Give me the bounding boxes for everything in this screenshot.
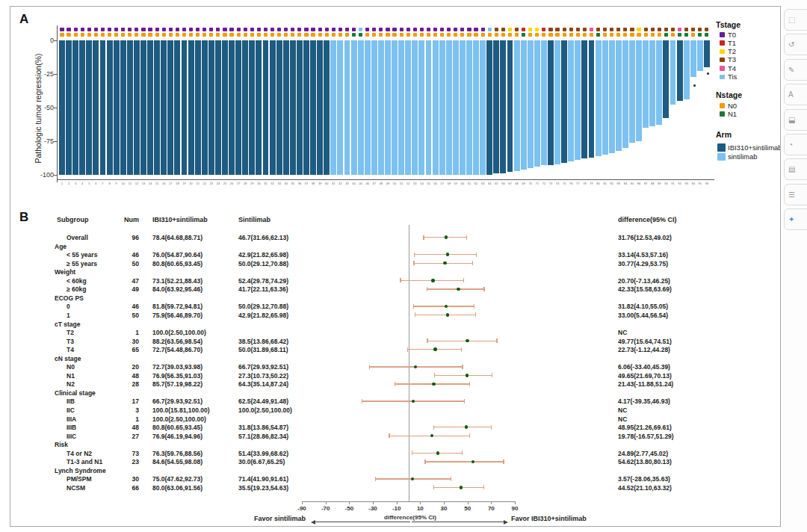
difference-value: NC xyxy=(618,329,627,336)
subgroup-group-label: Age xyxy=(55,243,67,250)
ci-cap-left xyxy=(362,399,362,403)
favor-left-arrow-line xyxy=(315,522,410,522)
difference-value: NC xyxy=(618,415,627,423)
ci-bar xyxy=(433,427,491,427)
subgroup-label: N2 xyxy=(67,380,75,388)
ci-point-estimate xyxy=(443,262,447,265)
num-value: 46 xyxy=(117,303,139,310)
ci-cap-left xyxy=(413,261,414,265)
forest-x-tick-mark xyxy=(349,501,350,504)
forest-x-tick-label: 50 xyxy=(459,505,477,512)
num-value: 1 xyxy=(117,415,139,423)
toolbar-button-9[interactable]: ✦ xyxy=(784,208,807,230)
subgroup-group-label: ECOG PS xyxy=(55,294,84,302)
forest-x-tick-mark xyxy=(373,501,374,504)
toolbar-button-6[interactable]: ◔ xyxy=(784,134,807,155)
arm1-value: 80.8(60.65,93.45) xyxy=(152,260,202,267)
arm1-value: 84.6(54.55,98.08) xyxy=(152,458,202,466)
ci-point-estimate xyxy=(460,486,463,489)
num-value: 50 xyxy=(117,312,139,319)
ci-bar xyxy=(427,288,483,289)
ci-bar xyxy=(427,341,496,341)
forest-x-tick-label: -50 xyxy=(340,505,358,512)
arm2-value: 51.4(33.99,68.62) xyxy=(238,450,288,457)
ci-point-estimate xyxy=(465,425,469,429)
arm2-value: 71.4(41.90,91.61) xyxy=(238,475,288,483)
difference-value: 21.43(-11.88,51.24) xyxy=(618,380,673,388)
ci-bar xyxy=(415,315,475,315)
num-value: 66 xyxy=(117,484,139,492)
toolbar-button-4[interactable]: A xyxy=(784,84,807,105)
ci-cap-left xyxy=(375,477,376,481)
ci-point-estimate xyxy=(446,253,450,256)
toolbar-button-8[interactable]: ☰ xyxy=(784,184,807,205)
forest-x-tick-mark xyxy=(326,501,327,504)
ci-cap-right xyxy=(472,261,473,265)
arm2-value: 42.9(21.82,65.98) xyxy=(238,312,288,319)
ci-cap-left xyxy=(395,382,395,386)
ci-bar xyxy=(413,306,474,306)
ci-point-estimate xyxy=(471,460,475,464)
subgroup-label: T4 xyxy=(67,346,74,353)
arm2-value: 35.5(19.23,54.63) xyxy=(238,484,288,492)
forest-zero-line xyxy=(409,225,409,501)
arm1-value: 100.0(2.50,100.00) xyxy=(152,329,206,336)
forest-x-tick-label: -10 xyxy=(388,505,406,512)
arm1-value: 75.0(47.62,92.73) xyxy=(152,475,202,483)
subgroup-group-label: Lynch Syndrome xyxy=(55,467,106,474)
forest-x-tick-mark xyxy=(515,501,516,504)
toolbar-button-7[interactable]: ▤ xyxy=(784,158,807,180)
figure-canvas: A Pathologic tumor regression(%) 0-25-50… xyxy=(10,6,781,527)
arm2-value: 38.5(13.86,68.42) xyxy=(238,338,288,345)
forest-x-tick-mark xyxy=(444,501,445,504)
forest-x-tick-mark xyxy=(302,501,303,504)
forest-x-tick-mark xyxy=(468,501,469,504)
ci-cap-right xyxy=(476,253,477,257)
arm2-value: 52.4(29.78,74.29) xyxy=(238,277,288,285)
toolbar-button-1[interactable]: ⬚ xyxy=(784,9,807,31)
ci-cap-right xyxy=(463,278,464,282)
ci-cap-left xyxy=(427,287,427,291)
difference-value: 44.52(21.10,63.32) xyxy=(618,484,672,492)
favor-right-arrow-head xyxy=(504,520,508,525)
difference-value: 6.06(-33.40,45.39) xyxy=(618,363,670,371)
toolbar-button-2[interactable]: ↺ xyxy=(784,34,807,55)
arm1-value: 88.2(63.56,98.54) xyxy=(152,338,202,345)
difference-value: 24.89(2.77,45.02) xyxy=(618,450,668,457)
num-value: 49 xyxy=(117,285,139,293)
toolbar-button-3[interactable]: ✎ xyxy=(784,59,807,81)
ci-point-estimate xyxy=(445,305,448,309)
ci-cap-left xyxy=(369,365,370,369)
ci-cap-left xyxy=(423,235,424,240)
num-value: 28 xyxy=(117,380,139,388)
ci-cap-right xyxy=(469,433,470,438)
subgroup-label: T2 xyxy=(67,329,74,336)
num-value: 50 xyxy=(117,260,139,267)
arm2-value: 57.1(28.86,82.34) xyxy=(238,433,288,440)
subgroup-label: 1 xyxy=(67,312,70,319)
side-toolbar: ⬚↺✎A⬓◔▤☰✦ xyxy=(781,0,807,532)
arm1-value: 76.9(56.35,91.03) xyxy=(152,372,202,380)
num-value: 27 xyxy=(117,433,139,440)
ci-cap-right xyxy=(492,373,492,377)
forest-x-tick-label: 70 xyxy=(482,505,500,512)
ci-point-estimate xyxy=(445,235,448,239)
difference-value: 3.57(-28.06,35.63) xyxy=(618,475,670,483)
arm1-value: 76.0(54.87,90.64) xyxy=(152,251,202,259)
subgroup-label: IIC xyxy=(67,406,75,414)
arm2-value: 64.3(35.14,87.24) xyxy=(238,380,288,388)
arm2-value: 30.0(6.67,65.25) xyxy=(238,458,285,466)
arm1-value: 66.7(29.93,92.51) xyxy=(152,398,202,405)
subgroup-group-label: cT stage xyxy=(55,321,81,328)
toolbar-button-5[interactable]: ⬓ xyxy=(784,109,807,131)
forest-x-tick-label: -70 xyxy=(317,505,335,512)
arm1-value: 80.8(60.65,93.45) xyxy=(152,424,202,431)
subgroup-label: 0 xyxy=(67,303,70,310)
ci-point-estimate xyxy=(430,434,434,438)
subgroup-label: < 55 years xyxy=(67,251,97,259)
difference-value: 31.76(12.53,49.02) xyxy=(618,234,672,241)
ci-point-estimate xyxy=(436,451,440,455)
difference-value: 42.33(15.58,63.69) xyxy=(618,285,672,293)
arm2-value: 50.0(31.89,68.11) xyxy=(238,346,288,353)
subgroup-label: < 60kg xyxy=(67,277,87,285)
